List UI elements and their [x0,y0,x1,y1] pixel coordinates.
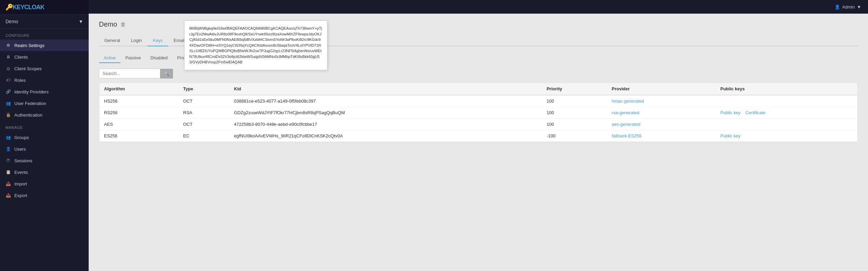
sidebar-item-identity-providers[interactable]: 🔗 Identity Providers [0,86,89,97]
cell-type: EC [178,130,229,142]
export-icon: 📤 [5,193,11,198]
sidebar-item-clients[interactable]: 🖥 Clients [0,51,89,63]
sidebar-item-label: Identity Providers [14,89,48,94]
search-input[interactable] [99,69,160,78]
realm-selector[interactable]: Demo ▼ [0,15,89,29]
sidebar-item-label: Roles [14,78,26,83]
realm-name: Demo [5,19,18,24]
sidebar-item-label: Sessions [14,158,32,163]
sidebar-item-user-federation[interactable]: 👥 User Federation [0,97,89,109]
provider-link[interactable]: hmac-generated [612,99,644,104]
search-button[interactable]: 🔍 [160,69,173,78]
topbar: 👤 Admin ▼ [89,0,868,14]
cell-public-keys: Public key Certificate [716,107,857,119]
table-header-row: Algorithm Type Kid Priority Provider Pub… [99,83,857,95]
cell-kid: 472258b3-8070-448e-aebd-e90c0fcbbe17 [229,119,542,130]
cell-priority: 100 [542,107,607,119]
table-row: HS256 OCT 038881ce-e523-4077-a149-0f5feb… [99,95,857,107]
users-icon: 👤 [5,146,11,152]
cell-algorithm: AES [99,119,178,130]
sidebar: 🔑KEYCLOAK Demo ▼ Configure ⚙ Realm Setti… [0,0,89,271]
sub-tab-active[interactable]: Active [99,53,120,63]
sidebar-item-import[interactable]: 📥 Import [0,178,89,190]
roles-icon: 🏷 [5,77,11,83]
keys-table: Algorithm Type Kid Priority Provider Pub… [99,82,858,142]
manage-section-label: Manage [0,121,89,132]
sidebar-item-label: Import [14,181,27,186]
chevron-down-icon: ▼ [78,19,83,24]
table-row: RS256 RSA GDZg2zuseWdJYtF7fOkr77HCjbm8sR… [99,107,857,119]
cell-provider[interactable]: aes-generated [607,119,716,130]
certificate-button[interactable]: Certificate [746,110,766,115]
cell-priority: 100 [542,95,607,107]
tab-login[interactable]: Login [126,35,147,46]
sidebar-item-label: User Federation [14,101,46,106]
cell-type: OCT [178,119,229,130]
sidebar-item-label: Realm Settings [14,43,44,48]
sidebar-item-events[interactable]: 📋 Events [0,166,89,178]
tooltip-content: MIIBIjANBgkqhkiG9w0BAQEFAAOCAQ8AMIIBCgKC… [189,26,322,64]
admin-label: Admin [842,4,855,10]
sidebar-item-sessions[interactable]: ⏱ Sessions [0,155,89,166]
col-provider: Provider [607,83,716,95]
sidebar-item-label: Client Scopes [14,66,42,71]
sub-tab-disabled[interactable]: Disabled [146,53,173,63]
col-algorithm: Algorithm [99,83,178,95]
sidebar-item-groups[interactable]: 👥 Groups [0,132,89,143]
public-key-button[interactable]: Public key [720,110,740,115]
sidebar-item-label: Events [14,170,28,175]
sidebar-item-label: Clients [14,55,28,60]
col-kid: Kid [229,83,542,95]
public-key-button[interactable]: Public key [720,133,740,138]
cell-provider[interactable]: hmac-generated [607,95,716,107]
table-row: AES OCT 472258b3-8070-448e-aebd-e90c0fcb… [99,119,857,130]
sidebar-item-authentication[interactable]: 🔒 Authentication [0,109,89,121]
cell-kid: egfNUI9koAAvEVWHs_9IiR21qCFo9DlCnKSK2cQt… [229,130,542,142]
sidebar-item-label: Authentication [14,112,42,118]
cell-public-keys [716,95,857,107]
col-type: Type [178,83,229,95]
content-area: MIIBIjANBgkqhkiG9w0BAQEFAAOCAQ8AMIIBCgKC… [89,14,868,271]
tooltip-popup: MIIBIjANBgkqhkiG9w0BAQEFAAOCAQ8AMIIBCgKC… [184,20,327,70]
provider-link[interactable]: rsa-generated [612,110,639,115]
cell-algorithm: ES256 [99,130,178,142]
tab-general[interactable]: General [99,35,126,46]
provider-link[interactable]: aes-generated [612,122,641,127]
cell-algorithm: RS256 [99,107,178,119]
groups-icon: 👥 [5,135,11,140]
sidebar-item-users[interactable]: 👤 Users [0,143,89,155]
sidebar-item-label: Export [14,193,27,198]
cell-provider[interactable]: rsa-generated [607,107,716,119]
tab-keys[interactable]: Keys [147,35,168,46]
provider-link[interactable]: fallback-ES256 [612,133,642,138]
trash-icon[interactable]: 🗑 [120,21,126,28]
sidebar-item-roles[interactable]: 🏷 Roles [0,74,89,86]
cell-public-keys [716,119,857,130]
cell-kid: GDZg2zuseWdJYtF7fOkr77HCjbm8sR8qPSagQqBu… [229,107,542,119]
admin-menu[interactable]: 👤 Admin ▼ [835,4,861,10]
sidebar-item-export[interactable]: 📤 Export [0,190,89,201]
events-icon: 📋 [5,169,11,175]
import-icon: 📥 [5,181,11,186]
keycloak-logo: 🔑KEYCLOAK [5,3,44,11]
cell-public-keys: Public key [716,130,857,142]
cell-priority: 100 [542,119,607,130]
client-scopes-icon: ◎ [5,66,11,71]
user-icon: 👤 [835,4,840,10]
chevron-down-icon: ▼ [857,4,861,10]
sessions-icon: ⏱ [5,158,11,163]
sidebar-header: 🔑KEYCLOAK [0,0,89,15]
user-federation-icon: 👥 [5,101,11,106]
page-title: Demo [99,20,117,28]
table-header: Algorithm Type Kid Priority Provider Pub… [99,83,857,95]
table-row: ES256 EC egfNUI9koAAvEVWHs_9IiR21qCFo9Dl… [99,130,857,142]
sub-tab-passive[interactable]: Passive [120,53,146,63]
keys-data-table: Algorithm Type Kid Priority Provider Pub… [99,83,857,142]
sidebar-item-client-scopes[interactable]: ◎ Client Scopes [0,63,89,74]
sidebar-item-realm-settings[interactable]: ⚙ Realm Settings [0,40,89,51]
cell-algorithm: HS256 [99,95,178,107]
cell-provider[interactable]: fallback-ES256 [607,130,716,142]
configure-section-label: Configure [0,29,89,40]
cell-type: OCT [178,95,229,107]
clients-icon: 🖥 [5,54,11,60]
